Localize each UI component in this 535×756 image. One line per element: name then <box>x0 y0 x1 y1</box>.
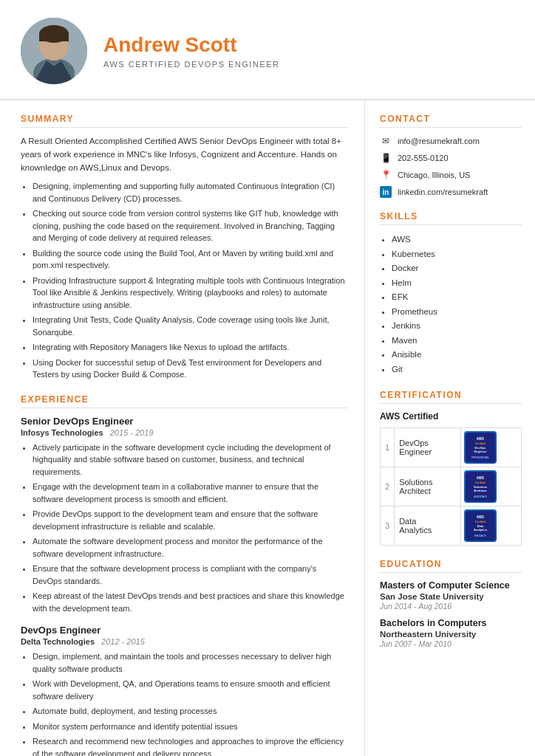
job-2-meta: Delta Technologies 2012 - 2015 <box>21 637 348 646</box>
phone-icon: 📱 <box>380 152 392 164</box>
job-2-title: DevOps Engineer <box>21 625 348 636</box>
job-1-list: Actively participate in the software dev… <box>21 441 348 615</box>
list-item: Using Docker for successful setup of Dev… <box>33 357 348 381</box>
header: Andrew Scott AWS CERTIFIED DEVOPS ENGINE… <box>0 0 535 100</box>
certification-section: CERTIFICATION AWS Certified 1 DevOps Eng… <box>380 390 522 546</box>
list-item: Actively participate in the software dev… <box>33 441 348 478</box>
skill-item: Docker <box>392 261 522 276</box>
list-item: Ensure that the software development pro… <box>33 563 348 587</box>
svg-text:SPECIALTY: SPECIALTY <box>474 535 487 537</box>
job-1: Senior DevOps Engineer Infosys Technolog… <box>21 416 348 615</box>
cert-row-3: 3 Data Analytics AWS Certified Data Anal… <box>381 506 522 546</box>
list-item: Monitor system performance and identify … <box>33 721 348 733</box>
summary-intro: A Result Oriented Accomplished Certified… <box>21 135 348 174</box>
job-2: DevOps Engineer Delta Technologies 2012 … <box>21 625 348 756</box>
skill-item: Prometheus <box>392 305 522 320</box>
cert-badge-1: AWS Certified DevOps Engineer PROFESSION… <box>461 428 522 467</box>
svg-text:Architect: Architect <box>474 489 487 492</box>
list-item: Automate build, deployment, and testing … <box>33 705 348 718</box>
education-title: EDUCATION <box>380 559 522 573</box>
skill-item: Kubernetes <box>392 247 522 262</box>
cert-name-3: Data Analytics <box>395 506 461 546</box>
experience-title: EXPERIENCE <box>21 394 348 408</box>
summary-title: SUMMARY <box>21 114 348 128</box>
edu-2-degree: Bachelors in Computers <box>380 618 522 628</box>
skill-item: Git <box>392 362 522 377</box>
summary-section: SUMMARY A Result Oriented Accomplished C… <box>21 114 348 381</box>
svg-text:Certified: Certified <box>475 481 485 484</box>
list-item: Work with Development, QA, and Operation… <box>33 678 348 702</box>
svg-text:Engineer: Engineer <box>474 450 488 453</box>
list-item: Provide DevOps support to the developmen… <box>33 508 348 532</box>
contact-phone-text: 202-555-0120 <box>398 154 449 162</box>
skills-list: AWS Kubernetes Docker Helm EFK Prometheu… <box>380 233 522 377</box>
job-1-company: Infosys Technologies <box>21 428 103 437</box>
svg-text:Certified: Certified <box>475 442 485 445</box>
left-column: SUMMARY A Result Oriented Accomplished C… <box>0 100 365 756</box>
skill-item: Helm <box>392 276 522 291</box>
svg-rect-4 <box>39 34 69 41</box>
svg-text:PROFESSIONAL: PROFESSIONAL <box>471 456 489 459</box>
contact-email: ✉ info@resumekraft.com <box>380 135 522 147</box>
list-item: Checking out source code from version co… <box>33 207 348 244</box>
job-2-list: Design, implement, and maintain the tool… <box>21 650 348 756</box>
skill-item: EFK <box>392 290 522 305</box>
cert-name-2: Solutions Architect <box>395 467 461 506</box>
data-badge: AWS Certified Data Analytics SPECIALTY <box>464 509 497 542</box>
job-2-years: 2012 - 2015 <box>101 637 145 646</box>
contact-location-text: Chicago, Illinois, US <box>398 171 470 179</box>
list-item: Providing Infrastructure support & Integ… <box>33 275 348 312</box>
contact-location: 📍 Chicago, Illinois, US <box>380 169 522 181</box>
cert-badge-3: AWS Certified Data Analytics SPECIALTY <box>461 506 522 546</box>
cert-num-1: 1 <box>381 428 395 467</box>
cert-subtitle: AWS Certified <box>380 411 522 422</box>
right-column: CONTACT ✉ info@resumekraft.com 📱 202-555… <box>365 100 535 756</box>
job-2-company: Delta Technologies <box>21 637 95 646</box>
contact-section: CONTACT ✉ info@resumekraft.com 📱 202-555… <box>380 114 522 198</box>
list-item: Building the source code using the Build… <box>33 247 348 272</box>
skill-item: Jenkins <box>392 319 522 334</box>
list-item: Design, implement, and maintain the tool… <box>33 650 348 675</box>
education-section: EDUCATION Masters of Computer Science Sa… <box>380 559 522 648</box>
job-1-title: Senior DevOps Engineer <box>21 416 348 427</box>
main-layout: SUMMARY A Result Oriented Accomplished C… <box>0 100 535 756</box>
edu-1-school: San Jose State University <box>380 592 522 601</box>
list-item: Designing, implementing and supporting f… <box>33 180 348 205</box>
edu-2-school: Northeastern University <box>380 630 522 639</box>
cert-row-1: 1 DevOps Engineer AWS Certified DevOps E… <box>381 428 522 467</box>
cert-num-3: 3 <box>381 506 395 546</box>
svg-text:ASSOCIATE: ASSOCIATE <box>474 495 486 498</box>
cert-num-2: 2 <box>381 467 395 506</box>
edu-2: Bachelors in Computers Northeastern Univ… <box>380 618 522 648</box>
svg-text:Analytics: Analytics <box>474 528 488 532</box>
contact-linkedin: in linkedin.com/resumekraft <box>380 186 522 198</box>
skill-item: Anisible <box>392 348 522 362</box>
experience-section: EXPERIENCE Senior DevOps Engineer Infosy… <box>21 394 348 756</box>
skills-title: SKILLS <box>380 211 522 225</box>
edu-1-years: Jun 2014 - Aug 2016 <box>380 602 522 611</box>
cert-row-2: 2 Solutions Architect AWS Certified Solu… <box>381 467 522 506</box>
location-icon: 📍 <box>380 169 392 181</box>
svg-text:AWS: AWS <box>477 476 484 480</box>
skill-item: AWS <box>392 233 522 247</box>
summary-list: Designing, implementing and supporting f… <box>21 180 348 381</box>
svg-text:AWS: AWS <box>477 515 484 519</box>
job-1-meta: Infosys Technologies 2015 - 2019 <box>21 428 348 437</box>
email-icon: ✉ <box>380 135 392 147</box>
list-item: Engage with the development team in a co… <box>33 481 348 505</box>
contact-linkedin-text: linkedin.com/resumekraft <box>398 188 488 196</box>
skills-section: SKILLS AWS Kubernetes Docker Helm EFK Pr… <box>380 211 522 377</box>
header-info: Andrew Scott AWS CERTIFIED DEVOPS ENGINE… <box>103 33 514 69</box>
header-name: Andrew Scott <box>103 33 514 57</box>
svg-text:AWS: AWS <box>477 437 484 441</box>
cert-table: 1 DevOps Engineer AWS Certified DevOps E… <box>380 427 522 546</box>
cert-name-1: DevOps Engineer <box>395 428 461 467</box>
contact-email-text: info@resumekraft.com <box>398 137 480 145</box>
edu-1-degree: Masters of Computer Science <box>380 580 522 591</box>
avatar <box>21 18 87 84</box>
edu-2-years: Jun 2007 - Mar 2010 <box>380 639 522 648</box>
edu-1: Masters of Computer Science San Jose Sta… <box>380 580 522 611</box>
list-item: Research and recommend new technologies … <box>33 735 348 756</box>
list-item: Automate the software development proces… <box>33 535 348 560</box>
list-item: Integrating Unit Tests, Code Quality Ana… <box>33 314 348 338</box>
